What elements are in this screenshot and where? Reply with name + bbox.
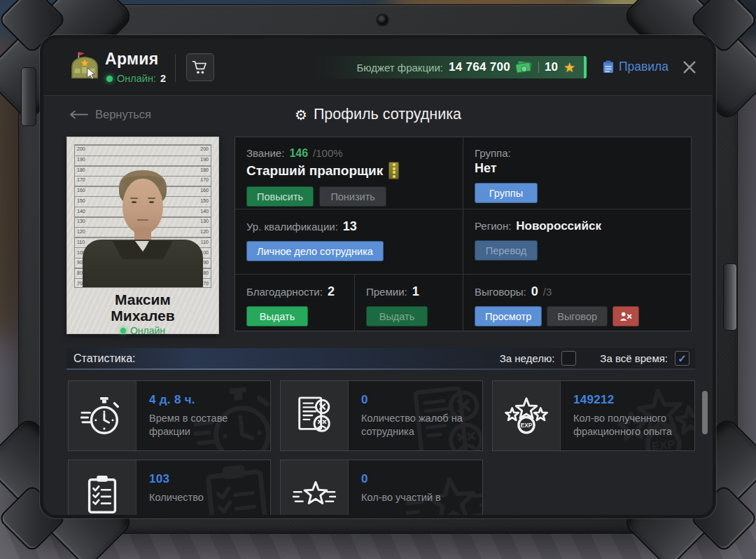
week-checkbox[interactable] — [561, 351, 576, 366]
budget-label: Бюджет фракции: — [356, 62, 443, 74]
close-button[interactable] — [680, 58, 699, 76]
faction-shop-button[interactable] — [186, 53, 214, 81]
alltime-checkbox[interactable] — [675, 351, 690, 366]
promote-button[interactable]: Повысить — [246, 186, 314, 207]
statistics-bar: Статистика: За неделю: За всё время: — [66, 348, 695, 368]
alltime-filter-label: За всё время: — [600, 352, 668, 364]
mugshot-photo: 200190180170160150140130120110100908070 … — [74, 144, 211, 288]
rank-name: Старший прапорщик — [246, 163, 383, 179]
rules-link[interactable]: Правила — [603, 60, 668, 74]
fire-employee-button[interactable] — [612, 306, 639, 326]
employee-portrait — [75, 145, 211, 287]
page-title: ⚙ Профиль сотрудника — [43, 106, 713, 123]
clipboard-watermark-icon — [189, 460, 271, 515]
group-label: Группа: — [475, 147, 691, 159]
stopwatch-watermark-icon — [189, 380, 271, 451]
money-bill-icon — [516, 62, 533, 73]
bonuses-label: Премии: — [366, 286, 407, 298]
tasks-clipboard-icon — [69, 460, 136, 515]
events-star-icon — [281, 460, 349, 515]
issue-reprimand-button[interactable]: Выговор — [547, 306, 608, 326]
close-icon — [682, 60, 697, 75]
online-count: 2 — [160, 73, 166, 84]
give-bonus-button[interactable]: Выдать — [366, 306, 428, 326]
budget-value: 14 764 700 — [449, 60, 510, 74]
faction-level-value: 10 — [545, 60, 558, 74]
scrollbar-thumb[interactable] — [702, 391, 708, 434]
region-value: Новороссийск — [516, 219, 601, 233]
gold-star-icon: ★ — [564, 61, 575, 74]
person-remove-icon — [619, 311, 633, 322]
cart-icon — [192, 60, 209, 75]
rank-section: Звание: 146 /100% Старший прапорщик Повы… — [235, 137, 463, 209]
tablet-camera-dot — [377, 15, 388, 25]
stat-card-time-in-faction: 4 д. 8 ч. Время в составе фракции — [68, 380, 271, 451]
faction-app-screen: Армия Онлайн: 2 Бюджет фракции: 14 764 7… — [43, 39, 713, 515]
complaints-icon — [281, 381, 349, 450]
rank-progress-suffix: /100% — [313, 147, 343, 159]
groups-button[interactable]: Группы — [475, 183, 538, 203]
group-section: Группа: Нет Группы — [463, 137, 691, 209]
header-separator — [175, 54, 176, 82]
rules-label: Правила — [619, 60, 668, 74]
reprimands-label: Выговоры: — [475, 286, 526, 298]
game-screenshot: Армия Онлайн: 2 Бюджет фракции: 14 764 7… — [0, 0, 756, 559]
personal-file-button[interactable]: Личное дело сотрудника — [246, 241, 384, 261]
region-label: Регион: — [475, 220, 511, 232]
group-value: Нет — [475, 161, 691, 176]
exp-stars-icon — [493, 381, 561, 450]
frame-clamp — [723, 263, 737, 331]
qualification-value: 13 — [343, 219, 357, 234]
app-header: Армия Онлайн: 2 Бюджет фракции: 14 764 7… — [43, 39, 713, 96]
bonuses-section: Премии: 1 Выдать — [354, 274, 463, 331]
star-watermark-icon — [401, 460, 483, 515]
online-dot-icon — [106, 76, 113, 82]
employee-online-status: Онлайн — [67, 325, 218, 336]
reprimands-section: Выговоры: 0 /3 Просмотр Выговор — [463, 274, 691, 331]
transfer-button[interactable]: Перевод — [475, 240, 538, 261]
bonuses-value: 1 — [412, 284, 419, 299]
exp-watermark-icon — [613, 380, 695, 451]
complaints-watermark-icon — [401, 380, 483, 451]
view-reprimands-button[interactable]: Просмотр — [475, 306, 542, 326]
thanks-section: Благодарности: 2 Выдать — [235, 274, 354, 331]
statistics-title: Статистика: — [74, 352, 135, 365]
demote-button[interactable]: Понизить — [319, 186, 386, 207]
frame-clamp — [21, 67, 36, 126]
thanks-label: Благодарности: — [246, 286, 323, 298]
online-dot-icon — [120, 328, 126, 333]
stat-card-events: 0 Кол-во участий в — [280, 460, 483, 515]
week-filter-label: За неделю: — [500, 352, 555, 364]
stopwatch-icon — [69, 381, 136, 450]
faction-tent-icon — [69, 50, 101, 81]
faction-budget-display: Бюджет фракции: 14 764 700 10 ★ — [316, 56, 587, 78]
faction-name: Армия — [105, 50, 158, 69]
employee-name: Максим Михалев — [67, 291, 218, 324]
qualification-section: Ур. квалификации: 13 Личное дело сотрудн… — [235, 209, 463, 274]
gear-icon: ⚙ — [295, 108, 307, 122]
reprimands-value: 0 — [531, 284, 538, 299]
region-section: Регион: Новороссийск Перевод — [463, 209, 691, 274]
employee-photo-card: 200190180170160150140130120110100908070 … — [66, 137, 219, 334]
reprimands-suffix: /3 — [543, 286, 552, 298]
rank-progress: 146 — [289, 147, 308, 160]
stat-card-complaints: 0 Количество жалоб на сотрудника — [280, 380, 483, 451]
online-label: Онлайн: — [117, 73, 156, 84]
stat-card-faction-exp: 149212 Кол-во полученного фракционного о… — [492, 380, 695, 451]
give-thanks-button[interactable]: Выдать — [246, 306, 308, 326]
rank-label: Звание: — [246, 147, 284, 159]
qualification-label: Ур. квалификации: — [246, 221, 338, 233]
rules-clipboard-icon — [603, 60, 614, 74]
thanks-value: 2 — [328, 284, 335, 299]
employee-profile-panel: Звание: 146 /100% Старший прапорщик Повы… — [234, 137, 692, 331]
rank-insignia-icon — [388, 162, 399, 179]
stat-card-tasks: 103 Количество — [68, 460, 271, 515]
